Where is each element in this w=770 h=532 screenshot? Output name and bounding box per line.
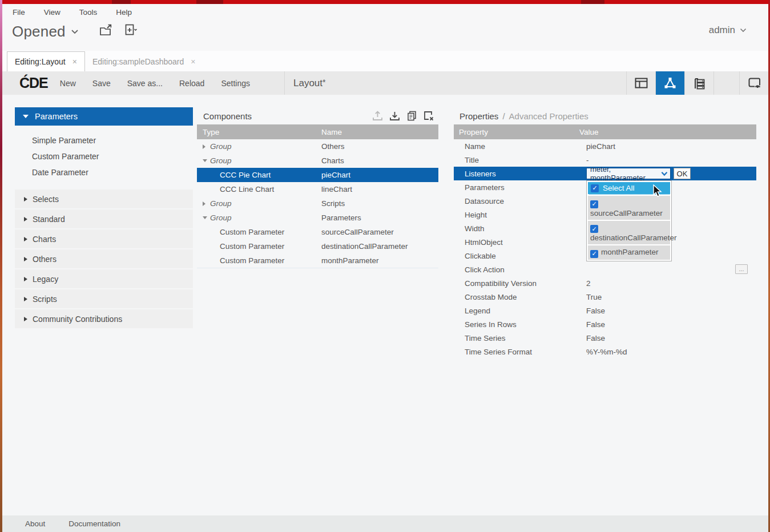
triangle-right-icon: [24, 217, 27, 221]
triangle-down-icon: [23, 115, 29, 118]
menubar: File View Tools Help: [2, 4, 768, 17]
components-panel: Components: [197, 107, 438, 268]
sidebar-item-simple-parameter[interactable]: Simple Parameter: [15, 132, 193, 148]
preview-button[interactable]: [740, 71, 768, 95]
property-row-name[interactable]: NamepieChart: [454, 139, 756, 153]
sidebar-section-community-contributions[interactable]: Community Contributions: [15, 309, 193, 328]
property-label: Name: [465, 142, 485, 151]
sidebar-section-legacy[interactable]: Legacy: [15, 269, 193, 288]
dropdown-option-destinationCallParameter[interactable]: ✓destinationCallParameter: [588, 221, 670, 245]
property-row-legend[interactable]: LegendFalse: [454, 304, 756, 317]
sidebar-section-scripts[interactable]: Scripts: [15, 289, 193, 308]
menu-view[interactable]: View: [44, 8, 61, 17]
property-label: Series In Rows: [465, 320, 517, 329]
browser-top-strip: [0, 0, 770, 4]
property-row-compatibility-version[interactable]: Compatibility Version2: [454, 276, 756, 290]
property-label: Listeners: [465, 170, 496, 178]
checkbox-checked-icon[interactable]: ✓: [590, 225, 598, 233]
component-row-monthParameter[interactable]: Custom ParametermonthParameter: [197, 253, 438, 268]
triangle-right-icon[interactable]: [203, 201, 205, 206]
sidebar-section-others[interactable]: Others: [15, 249, 193, 268]
property-value: True: [586, 293, 602, 301]
component-row-pieChart[interactable]: CCC Pie ChartpieChart: [197, 168, 438, 182]
tab-properties[interactable]: Properties: [459, 111, 498, 121]
tab-editing-sampledashboard[interactable]: Editing:sampleDashboard ×: [85, 51, 203, 71]
component-row-destinationCallParameter[interactable]: Custom ParameterdestinationCallParameter: [197, 239, 438, 253]
ok-button[interactable]: OK: [674, 168, 691, 179]
properties-panel: Properties / Advanced Properties Propert…: [454, 107, 756, 358]
dropdown-option-sourceCallParameter[interactable]: ✓sourceCallParameter: [588, 196, 670, 220]
delete-icon[interactable]: [423, 110, 435, 122]
checkbox-checked-icon[interactable]: ✓: [590, 250, 598, 258]
property-row-listeners[interactable]: Listenersmeter, monthParameterOK: [454, 167, 756, 180]
component-name: Charts: [321, 156, 344, 165]
component-row-lineChart[interactable]: CCC Line ChartlineChart: [197, 182, 438, 196]
option-label: destinationCallParameter: [590, 233, 677, 242]
menu-file[interactable]: File: [13, 8, 25, 17]
close-icon[interactable]: ×: [191, 58, 195, 66]
chevron-down-icon[interactable]: [71, 26, 79, 37]
component-type: Group: [210, 199, 232, 208]
property-row-series-in-rows[interactable]: Series In RowsFalse: [454, 317, 756, 331]
component-row-Others[interactable]: GroupOthers: [197, 139, 438, 154]
tab-editing-layout[interactable]: Editing:Layout ×: [7, 51, 85, 71]
triangle-right-icon: [24, 197, 27, 201]
datasources-perspective-button[interactable]: [685, 71, 713, 95]
triangle-down-icon[interactable]: [203, 159, 207, 162]
menu-help[interactable]: Help: [116, 8, 132, 17]
reload-button[interactable]: Reload: [179, 79, 204, 88]
save-as-button[interactable]: Save as...: [127, 79, 163, 88]
property-row-click-action[interactable]: Click Action...: [454, 263, 756, 276]
chevron-down-icon: [661, 171, 668, 176]
dropdown-option-monthParameter[interactable]: ✓monthParameter: [588, 245, 670, 260]
components-table-header: Type Name: [197, 124, 438, 139]
opened-dropdown[interactable]: Opened: [12, 23, 66, 41]
property-value: False: [586, 307, 605, 315]
sidebar-item-custom-parameter[interactable]: Custom Parameter: [15, 148, 193, 164]
sidebar-item-date-parameter[interactable]: Date Parameter: [15, 164, 193, 180]
layout-perspective-button[interactable]: [627, 71, 655, 95]
sidebar-section-standard[interactable]: Standard: [15, 209, 193, 228]
sidebar-section-charts[interactable]: Charts: [15, 229, 193, 248]
expand-down-icon[interactable]: [389, 110, 401, 122]
folder-open-icon[interactable]: [99, 24, 114, 39]
desktop-wallpaper-left: [0, 0, 2, 532]
perspective-switcher: [626, 71, 768, 95]
property-row-time-series[interactable]: Time SeriesFalse: [454, 331, 756, 345]
property-row-crosstab-mode[interactable]: Crosstab ModeTrue: [454, 290, 756, 304]
documentation-link[interactable]: Documentation: [68, 519, 120, 528]
settings-button[interactable]: Settings: [221, 79, 250, 88]
about-link[interactable]: About: [25, 519, 45, 528]
property-value: False: [586, 334, 605, 342]
duplicate-icon[interactable]: [406, 110, 418, 122]
triangle-right-icon: [24, 257, 27, 261]
save-button[interactable]: Save: [92, 79, 111, 88]
component-row-Charts[interactable]: GroupCharts: [197, 154, 438, 168]
sidebar-section-selects[interactable]: Selects: [15, 190, 193, 208]
triangle-down-icon[interactable]: [203, 216, 207, 219]
component-row-Parameters[interactable]: GroupParameters: [197, 211, 438, 225]
checkbox-checked-icon[interactable]: ✓: [591, 184, 599, 192]
components-perspective-button[interactable]: [656, 71, 684, 95]
triangle-right-icon: [24, 237, 27, 241]
component-row-Scripts[interactable]: GroupScripts: [197, 196, 438, 211]
edit-click-action-button[interactable]: ...: [735, 264, 748, 274]
new-file-icon[interactable]: [124, 23, 138, 39]
tab-advanced-properties[interactable]: Advanced Properties: [509, 111, 588, 121]
component-name: Others: [321, 142, 345, 151]
user-menu[interactable]: admin: [709, 25, 735, 36]
checkbox-checked-icon[interactable]: ✓: [590, 200, 598, 208]
sidebar-section-parameters[interactable]: Parameters: [15, 107, 193, 126]
component-row-sourceCallParameter[interactable]: Custom ParametersourceCallParameter: [197, 225, 438, 239]
collapse-up-icon[interactable]: [372, 110, 384, 122]
component-type: CCC Line Chart: [220, 185, 274, 194]
menu-tools[interactable]: Tools: [79, 8, 98, 17]
triangle-right-icon[interactable]: [203, 144, 205, 149]
new-button[interactable]: New: [60, 79, 76, 88]
close-icon[interactable]: ×: [72, 58, 77, 66]
property-row-time-series-format[interactable]: Time Series Format%Y-%m-%d: [454, 345, 756, 358]
triangle-right-icon: [24, 277, 27, 281]
option-label: sourceCallParameter: [590, 209, 663, 217]
listeners-select[interactable]: meter, monthParameter: [586, 168, 671, 179]
column-property: Property: [454, 128, 488, 136]
